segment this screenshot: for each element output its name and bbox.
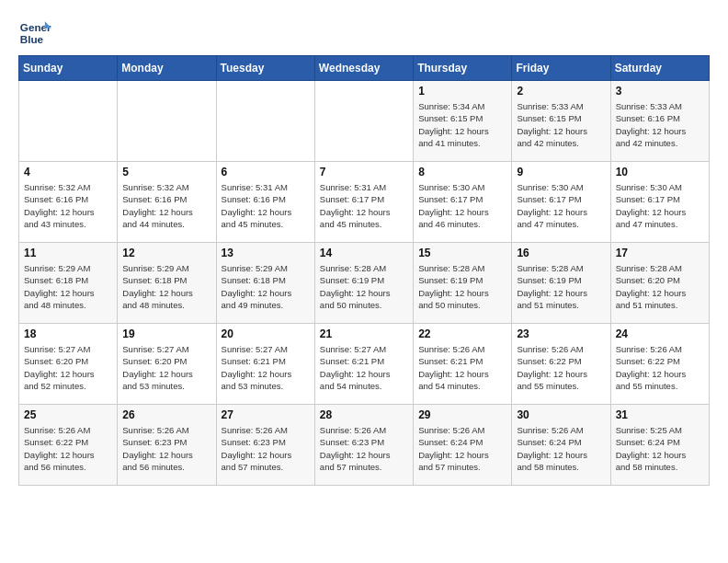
day-number: 5 <box>122 166 210 178</box>
day-number: 16 <box>517 247 605 259</box>
calendar-cell: 7Sunrise: 5:31 AM Sunset: 6:17 PM Daylig… <box>314 162 413 243</box>
calendar-cell: 28Sunrise: 5:26 AM Sunset: 6:23 PM Dayli… <box>314 405 413 486</box>
calendar-cell <box>314 81 413 162</box>
weekday-header-row: SundayMondayTuesdayWednesdayThursdayFrid… <box>19 56 710 81</box>
weekday-header: Tuesday <box>216 56 314 81</box>
day-info: Sunrise: 5:26 AM Sunset: 6:22 PM Dayligh… <box>24 424 112 473</box>
day-number: 9 <box>517 166 605 178</box>
svg-text:Blue: Blue <box>20 33 44 45</box>
calendar-cell: 25Sunrise: 5:26 AM Sunset: 6:22 PM Dayli… <box>19 405 118 486</box>
day-info: Sunrise: 5:26 AM Sunset: 6:24 PM Dayligh… <box>517 424 605 473</box>
day-number: 27 <box>222 408 310 421</box>
day-number: 11 <box>24 247 112 259</box>
calendar-cell: 9Sunrise: 5:30 AM Sunset: 6:17 PM Daylig… <box>512 162 610 243</box>
calendar-cell: 14Sunrise: 5:28 AM Sunset: 6:19 PM Dayli… <box>314 243 413 324</box>
calendar-cell: 18Sunrise: 5:27 AM Sunset: 6:20 PM Dayli… <box>19 324 118 405</box>
day-info: Sunrise: 5:33 AM Sunset: 6:16 PM Dayligh… <box>616 100 704 149</box>
calendar-cell: 23Sunrise: 5:26 AM Sunset: 6:22 PM Dayli… <box>512 324 610 405</box>
day-number: 20 <box>222 327 310 340</box>
day-info: Sunrise: 5:26 AM Sunset: 6:22 PM Dayligh… <box>517 343 605 392</box>
day-number: 13 <box>222 247 310 259</box>
calendar-cell <box>118 81 216 162</box>
calendar-week-row: 11Sunrise: 5:29 AM Sunset: 6:18 PM Dayli… <box>19 243 710 324</box>
day-number: 19 <box>122 327 210 340</box>
calendar-cell: 17Sunrise: 5:28 AM Sunset: 6:20 PM Dayli… <box>610 243 709 324</box>
day-number: 21 <box>320 327 408 340</box>
day-info: Sunrise: 5:33 AM Sunset: 6:15 PM Dayligh… <box>517 100 605 149</box>
day-info: Sunrise: 5:28 AM Sunset: 6:20 PM Dayligh… <box>616 262 704 311</box>
calendar-cell: 5Sunrise: 5:32 AM Sunset: 6:16 PM Daylig… <box>118 162 216 243</box>
calendar-cell: 29Sunrise: 5:26 AM Sunset: 6:24 PM Dayli… <box>414 405 512 486</box>
calendar-cell: 4Sunrise: 5:32 AM Sunset: 6:16 PM Daylig… <box>19 162 118 243</box>
day-info: Sunrise: 5:30 AM Sunset: 6:17 PM Dayligh… <box>616 181 704 230</box>
weekday-header: Monday <box>118 56 216 81</box>
calendar-cell <box>19 81 118 162</box>
day-number: 15 <box>418 247 506 259</box>
calendar-cell: 3Sunrise: 5:33 AM Sunset: 6:16 PM Daylig… <box>610 81 709 162</box>
day-number: 22 <box>418 327 506 340</box>
calendar-cell: 13Sunrise: 5:29 AM Sunset: 6:18 PM Dayli… <box>216 243 314 324</box>
day-number: 29 <box>418 408 506 421</box>
calendar-cell: 19Sunrise: 5:27 AM Sunset: 6:20 PM Dayli… <box>118 324 216 405</box>
weekday-header: Thursday <box>414 56 512 81</box>
weekday-header: Friday <box>512 56 610 81</box>
day-number: 28 <box>320 408 408 421</box>
calendar-week-row: 25Sunrise: 5:26 AM Sunset: 6:22 PM Dayli… <box>19 405 710 486</box>
calendar-week-row: 18Sunrise: 5:27 AM Sunset: 6:20 PM Dayli… <box>19 324 710 405</box>
day-info: Sunrise: 5:25 AM Sunset: 6:24 PM Dayligh… <box>616 424 704 473</box>
day-number: 14 <box>320 247 408 259</box>
weekday-header: Sunday <box>19 56 118 81</box>
calendar-cell: 12Sunrise: 5:29 AM Sunset: 6:18 PM Dayli… <box>118 243 216 324</box>
day-info: Sunrise: 5:26 AM Sunset: 6:24 PM Dayligh… <box>418 424 506 473</box>
day-number: 1 <box>418 85 506 98</box>
calendar-cell: 15Sunrise: 5:28 AM Sunset: 6:19 PM Dayli… <box>414 243 512 324</box>
day-info: Sunrise: 5:27 AM Sunset: 6:21 PM Dayligh… <box>222 343 310 392</box>
day-number: 18 <box>24 327 112 340</box>
day-info: Sunrise: 5:34 AM Sunset: 6:15 PM Dayligh… <box>418 100 506 149</box>
day-number: 12 <box>122 247 210 259</box>
logo: General Blue <box>18 15 57 48</box>
day-info: Sunrise: 5:32 AM Sunset: 6:16 PM Dayligh… <box>24 181 112 230</box>
day-number: 8 <box>418 166 506 178</box>
calendar-cell: 22Sunrise: 5:26 AM Sunset: 6:21 PM Dayli… <box>414 324 512 405</box>
day-info: Sunrise: 5:28 AM Sunset: 6:19 PM Dayligh… <box>517 262 605 311</box>
day-info: Sunrise: 5:29 AM Sunset: 6:18 PM Dayligh… <box>222 262 310 311</box>
calendar-week-row: 4Sunrise: 5:32 AM Sunset: 6:16 PM Daylig… <box>19 162 710 243</box>
calendar-cell: 26Sunrise: 5:26 AM Sunset: 6:23 PM Dayli… <box>118 405 216 486</box>
day-number: 25 <box>24 408 112 421</box>
day-info: Sunrise: 5:26 AM Sunset: 6:23 PM Dayligh… <box>222 424 310 473</box>
calendar-cell: 2Sunrise: 5:33 AM Sunset: 6:15 PM Daylig… <box>512 81 610 162</box>
calendar-cell: 16Sunrise: 5:28 AM Sunset: 6:19 PM Dayli… <box>512 243 610 324</box>
day-info: Sunrise: 5:27 AM Sunset: 6:20 PM Dayligh… <box>122 343 210 392</box>
day-number: 7 <box>320 166 408 178</box>
day-info: Sunrise: 5:27 AM Sunset: 6:21 PM Dayligh… <box>320 343 408 392</box>
day-info: Sunrise: 5:29 AM Sunset: 6:18 PM Dayligh… <box>122 262 210 311</box>
day-info: Sunrise: 5:30 AM Sunset: 6:17 PM Dayligh… <box>418 181 506 230</box>
day-number: 4 <box>24 166 112 178</box>
day-info: Sunrise: 5:27 AM Sunset: 6:20 PM Dayligh… <box>24 343 112 392</box>
day-info: Sunrise: 5:31 AM Sunset: 6:17 PM Dayligh… <box>320 181 408 230</box>
day-number: 10 <box>616 166 704 178</box>
calendar-cell: 8Sunrise: 5:30 AM Sunset: 6:17 PM Daylig… <box>414 162 512 243</box>
day-info: Sunrise: 5:28 AM Sunset: 6:19 PM Dayligh… <box>418 262 506 311</box>
calendar-week-row: 1Sunrise: 5:34 AM Sunset: 6:15 PM Daylig… <box>19 81 710 162</box>
calendar-cell: 11Sunrise: 5:29 AM Sunset: 6:18 PM Dayli… <box>19 243 118 324</box>
calendar-cell <box>216 81 314 162</box>
calendar-cell: 30Sunrise: 5:26 AM Sunset: 6:24 PM Dayli… <box>512 405 610 486</box>
day-number: 24 <box>616 327 704 340</box>
day-number: 2 <box>517 85 605 98</box>
day-info: Sunrise: 5:31 AM Sunset: 6:16 PM Dayligh… <box>222 181 310 230</box>
day-info: Sunrise: 5:26 AM Sunset: 6:23 PM Dayligh… <box>122 424 210 473</box>
calendar-cell: 6Sunrise: 5:31 AM Sunset: 6:16 PM Daylig… <box>216 162 314 243</box>
logo-icon: General Blue <box>18 15 51 48</box>
day-number: 17 <box>616 247 704 259</box>
weekday-header: Wednesday <box>314 56 413 81</box>
calendar-cell: 24Sunrise: 5:26 AM Sunset: 6:22 PM Dayli… <box>610 324 709 405</box>
weekday-header: Saturday <box>610 56 709 81</box>
day-number: 31 <box>616 408 704 421</box>
calendar-cell: 31Sunrise: 5:25 AM Sunset: 6:24 PM Dayli… <box>610 405 709 486</box>
day-info: Sunrise: 5:26 AM Sunset: 6:23 PM Dayligh… <box>320 424 408 473</box>
day-info: Sunrise: 5:29 AM Sunset: 6:18 PM Dayligh… <box>24 262 112 311</box>
day-info: Sunrise: 5:26 AM Sunset: 6:22 PM Dayligh… <box>616 343 704 392</box>
calendar-cell: 21Sunrise: 5:27 AM Sunset: 6:21 PM Dayli… <box>314 324 413 405</box>
